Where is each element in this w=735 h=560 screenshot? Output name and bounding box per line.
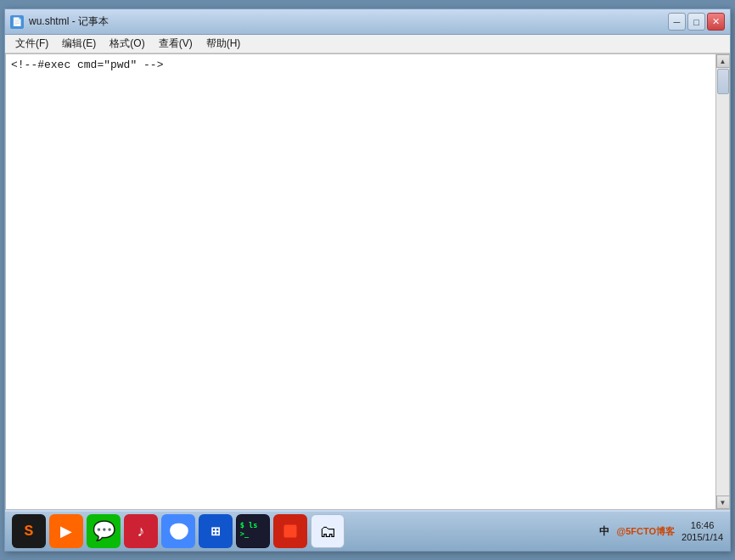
taskbar-right: 中 @5FCTO博客 16:46 2015/1/14 — [599, 519, 723, 544]
scroll-thumb[interactable] — [717, 69, 729, 94]
taskbar: S ▶ 💬 ♪ ⊞ $ ls >_ 🗂 中 @5FCTO博客 — [5, 510, 730, 551]
maximize-button[interactable]: □ — [687, 13, 705, 31]
notepad-window: 📄 wu.shtml - 记事本 ─ □ ✕ 文件(F) 编辑(E) 格式(O)… — [4, 8, 731, 552]
taskbar-icon-sublime[interactable]: S — [12, 514, 46, 548]
vertical-scrollbar[interactable]: ▲ ▼ — [715, 54, 729, 509]
taskbar-icon-bird[interactable] — [161, 514, 195, 548]
title-bar-left: 📄 wu.shtml - 记事本 — [10, 14, 109, 29]
minimize-button[interactable]: ─ — [668, 13, 686, 31]
taskbar-icon-vnc[interactable]: ⊞ — [199, 514, 233, 548]
clock-time: 16:46 — [682, 519, 723, 531]
taskbar-icon-cube[interactable] — [273, 514, 307, 548]
scroll-up-arrow[interactable]: ▲ — [716, 54, 730, 68]
taskbar-icon-terminal[interactable]: $ ls >_ — [236, 514, 270, 548]
input-lang: 中 — [599, 524, 609, 539]
clock-date: 2015/1/14 — [682, 531, 723, 543]
window-controls: ─ □ ✕ — [668, 13, 725, 31]
taskbar-icon-music[interactable]: ♪ — [124, 514, 158, 548]
menu-format[interactable]: 格式(O) — [103, 35, 151, 53]
taskbar-icon-wechat[interactable]: 💬 — [87, 514, 121, 548]
window-title: wu.shtml - 记事本 — [29, 14, 109, 29]
menu-view[interactable]: 查看(V) — [152, 35, 199, 53]
title-bar: 📄 wu.shtml - 记事本 ─ □ ✕ — [5, 9, 730, 35]
system-clock: 16:46 2015/1/14 — [682, 519, 723, 544]
menu-bar: 文件(F) 编辑(E) 格式(O) 查看(V) 帮助(H) — [5, 35, 730, 53]
menu-edit[interactable]: 编辑(E) — [55, 35, 103, 53]
close-button[interactable]: ✕ — [707, 13, 725, 31]
scroll-down-arrow[interactable]: ▼ — [716, 496, 730, 509]
taskbar-icon-video[interactable]: ▶ — [49, 514, 83, 548]
editor-area[interactable]: <!--#exec cmd="pwd" --> ▲ ▼ — [5, 53, 730, 510]
scroll-track[interactable] — [716, 68, 729, 496]
svg-text:>_: >_ — [240, 529, 250, 538]
brand-label: @5FCTO博客 — [616, 525, 675, 538]
svg-text:$ ls: $ ls — [240, 521, 258, 529]
taskbar-icon-files[interactable]: 🗂 — [311, 514, 345, 548]
menu-help[interactable]: 帮助(H) — [199, 35, 248, 53]
menu-file[interactable]: 文件(F) — [8, 35, 55, 53]
editor-content[interactable]: <!--#exec cmd="pwd" --> — [6, 54, 715, 509]
app-icon: 📄 — [10, 15, 24, 29]
svg-rect-4 — [284, 525, 297, 538]
